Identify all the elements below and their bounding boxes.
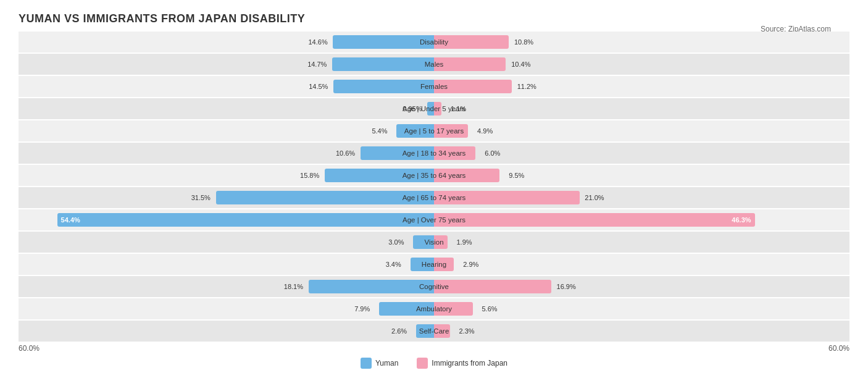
bar-label: Self-Care — [419, 327, 449, 335]
left-value: 7.9% — [354, 305, 370, 313]
left-half: 15.8% — [19, 165, 434, 186]
left-half: 2.6% — [19, 321, 434, 342]
bar-label: Age | Under 5 years — [403, 105, 465, 112]
left-half: 54.4% — [19, 209, 434, 230]
left-value: 2.6% — [391, 327, 407, 335]
bar-row: 2.6% 2.3% Self-Care — [19, 321, 849, 342]
bar-row: 3.4% 2.9% Hearing — [19, 254, 849, 275]
legend-immigrants: Immigrants from Japan — [417, 358, 507, 369]
chart-title: YUMAN VS IMMIGRANTS FROM JAPAN DISABILIT… — [19, 12, 849, 25]
left-half: 7.9% — [19, 298, 434, 319]
bar-label: Cognitive — [419, 283, 449, 290]
bar-label: Age | 5 to 17 years — [404, 127, 464, 135]
bar-label: Vision — [424, 238, 443, 246]
blue-bar: 18.1% — [309, 280, 434, 293]
x-axis: 60.0% 60.0% — [19, 344, 849, 353]
blue-bar: 14.7% — [332, 57, 434, 71]
bar-label: Hearing — [422, 261, 446, 268]
x-axis-right: 60.0% — [828, 344, 849, 353]
immigrants-swatch — [417, 358, 428, 369]
pink-bar: 46.3% — [434, 213, 755, 227]
right-value: 5.6% — [482, 305, 498, 313]
left-half: 3.0% — [19, 232, 434, 253]
bar-row: 3.0% 1.9% Vision — [19, 232, 849, 253]
blue-bar: 31.5% — [216, 191, 434, 204]
left-half: 10.6% — [19, 143, 434, 164]
bar-row: 5.4% 4.9% Age | 5 to 17 years — [19, 120, 849, 141]
left-value: 14.5% — [309, 83, 328, 90]
right-half: 11.2% — [434, 76, 849, 97]
left-value: 3.0% — [388, 238, 404, 246]
x-axis-left: 60.0% — [19, 344, 40, 353]
left-half: 31.5% — [19, 187, 434, 208]
right-half: 2.9% — [434, 254, 849, 275]
chart-area: 14.6% 10.8% Disability 14.7% — [19, 32, 849, 342]
left-half: 14.7% — [19, 54, 434, 75]
right-value: 2.9% — [463, 261, 478, 268]
bar-label: Males — [425, 61, 444, 68]
bar-row: 54.4% 46.3% Age | Over 75 years — [19, 209, 849, 230]
left-half: 18.1% — [19, 276, 434, 297]
right-value: 6.0% — [485, 149, 500, 157]
right-value: 10.8% — [514, 38, 533, 46]
right-value: 10.4% — [511, 61, 530, 68]
bar-label: Age | Over 75 years — [403, 216, 465, 224]
left-value: 10.6% — [336, 149, 355, 157]
left-value-inside: 54.4% — [61, 216, 80, 224]
right-half: 2.3% — [434, 321, 849, 342]
left-value: 5.4% — [372, 127, 387, 135]
right-half: 1.9% — [434, 232, 849, 253]
right-half: 16.9% — [434, 276, 849, 297]
bar-row: 0.95% 1.1% Age | Under 5 years — [19, 98, 849, 119]
right-value: 1.9% — [456, 238, 472, 246]
bar-row: 7.9% 5.6% Ambulatory — [19, 298, 849, 319]
left-value: 14.6% — [308, 38, 327, 46]
yuman-swatch — [361, 358, 372, 369]
right-half: 6.0% — [434, 143, 849, 164]
bar-row: 15.8% 9.5% Age | 35 to 64 years — [19, 165, 849, 186]
bar-label: Females — [420, 83, 448, 90]
right-value: 11.2% — [517, 83, 536, 90]
right-half: 46.3% — [434, 209, 849, 230]
left-half: 14.5% — [19, 76, 434, 97]
right-value: 4.9% — [477, 127, 493, 135]
right-value-inside: 46.3% — [732, 216, 751, 224]
right-half: 10.8% — [434, 32, 849, 52]
bar-row: 18.1% 16.9% Cognitive — [19, 276, 849, 297]
bar-row: 14.5% 11.2% Females — [19, 76, 849, 97]
right-value: 2.3% — [459, 327, 474, 335]
legend-yuman: Yuman — [361, 358, 398, 369]
bar-label: Age | 18 to 34 years — [403, 149, 466, 157]
right-half: 21.0% — [434, 187, 849, 208]
bar-row: 31.5% 21.0% Age | 65 to 74 years — [19, 187, 849, 208]
pink-bar: 16.9% — [434, 280, 551, 293]
right-half: 10.4% — [434, 54, 849, 75]
right-value: 21.0% — [585, 194, 604, 201]
legend: Yuman Immigrants from Japan — [19, 358, 849, 369]
bar-label: Age | 35 to 64 years — [403, 172, 466, 179]
bar-label: Ambulatory — [416, 305, 452, 313]
left-half: 0.95% — [19, 98, 434, 119]
bar-row: 14.6% 10.8% Disability — [19, 32, 849, 52]
bar-label: Disability — [420, 38, 448, 46]
left-half: 3.4% — [19, 254, 434, 275]
right-half: 5.6% — [434, 298, 849, 319]
right-half: 9.5% — [434, 165, 849, 186]
blue-bar: 54.4% — [57, 213, 434, 227]
right-value: 16.9% — [557, 283, 576, 290]
left-value: 3.4% — [386, 261, 401, 268]
left-value: 31.5% — [191, 194, 211, 201]
left-half: 5.4% — [19, 120, 434, 141]
right-value: 9.5% — [509, 172, 524, 179]
yuman-label: Yuman — [375, 359, 398, 368]
bar-row: 10.6% 6.0% Age | 18 to 34 years — [19, 143, 849, 164]
left-half: 14.6% — [19, 32, 434, 52]
immigrants-label: Immigrants from Japan — [432, 359, 507, 368]
right-half: 1.1% — [434, 98, 849, 119]
left-value: 14.7% — [307, 61, 327, 68]
bar-row: 14.7% 10.4% Males — [19, 54, 849, 75]
blue-bar: 14.5% — [333, 80, 434, 93]
left-value: 15.8% — [300, 172, 319, 179]
left-value: 18.1% — [284, 283, 303, 290]
pink-bar: 10.4% — [434, 57, 506, 71]
